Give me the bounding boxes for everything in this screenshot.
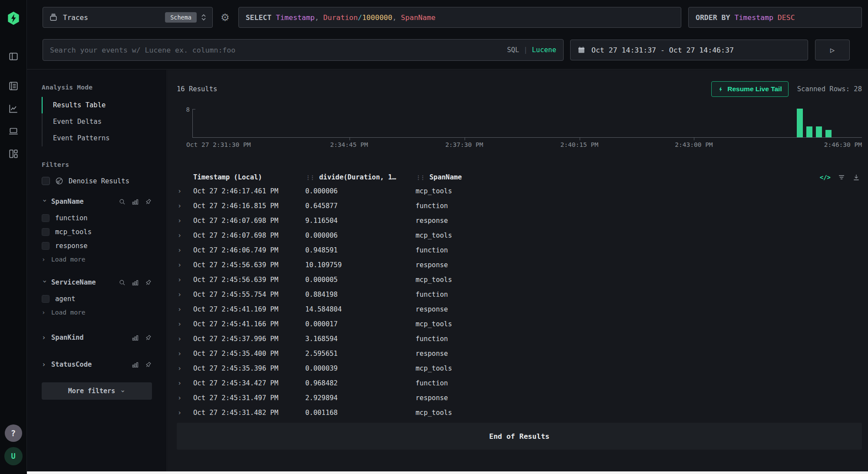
row-expand-icon[interactable]: › xyxy=(177,335,193,343)
resume-live-tail-button[interactable]: Resume Live Tail xyxy=(711,81,788,97)
table-row[interactable]: › Oct 27 2:46:06.749 PM 0.948591 functio… xyxy=(177,243,862,258)
denoise-checkbox[interactable] xyxy=(42,177,50,185)
table-row[interactable]: › Oct 27 2:45:34.427 PM 0.968482 functio… xyxy=(177,376,862,391)
pin-icon[interactable] xyxy=(143,277,154,288)
row-expand-icon[interactable]: › xyxy=(177,261,193,269)
orderby-expression-input[interactable]: ORDER BY Timestamp DESC xyxy=(688,7,862,28)
histogram-bar[interactable] xyxy=(816,126,822,137)
table-row[interactable]: › Oct 27 2:46:07.698 PM 0.000006 mcp_too… xyxy=(177,228,862,243)
filter-option-checkbox[interactable] xyxy=(42,228,50,236)
table-row[interactable]: › Oct 27 2:45:31.497 PM 2.929894 respons… xyxy=(177,391,862,405)
row-expand-icon[interactable]: › xyxy=(177,365,193,372)
denoise-results-toggle[interactable]: Denoise Results xyxy=(42,177,152,185)
row-expand-icon[interactable]: › xyxy=(177,409,193,417)
bar-chart-icon[interactable] xyxy=(132,198,139,206)
row-expand-icon[interactable]: › xyxy=(177,202,193,210)
row-expand-icon[interactable]: › xyxy=(177,379,193,387)
histogram-bar[interactable] xyxy=(806,126,812,137)
table-row[interactable]: › Oct 27 2:45:55.754 PM 0.884198 functio… xyxy=(177,287,862,302)
help-button[interactable]: ? xyxy=(5,424,22,442)
analysis-mode-event-patterns[interactable]: Event Patterns xyxy=(42,130,152,146)
bar-chart-icon[interactable] xyxy=(132,361,139,368)
filter-group-name[interactable]: ServiceName xyxy=(51,278,96,286)
row-expand-icon[interactable]: › xyxy=(177,232,193,239)
search-icon[interactable] xyxy=(119,279,126,286)
user-avatar[interactable]: U xyxy=(4,447,23,465)
group-chevron-icon[interactable]: › xyxy=(41,279,48,285)
row-expand-icon[interactable]: › xyxy=(177,217,193,225)
drag-handle-icon[interactable]: ⋮⋮ xyxy=(305,174,314,181)
view-sql-icon[interactable]: </> xyxy=(820,174,831,181)
nav-dashboards-button[interactable] xyxy=(5,145,22,162)
filter-group-name[interactable]: SpanName xyxy=(51,198,84,206)
group-chevron-icon[interactable]: › xyxy=(42,361,48,368)
pin-icon[interactable] xyxy=(143,332,154,343)
run-query-button[interactable]: ▷ xyxy=(815,40,850,60)
filter-option-checkbox[interactable] xyxy=(42,214,50,222)
table-row[interactable]: › Oct 27 2:45:37.996 PM 3.168594 functio… xyxy=(177,331,862,346)
analysis-mode-results-table[interactable]: Results Table xyxy=(42,97,152,113)
drag-handle-icon[interactable]: ⋮⋮ xyxy=(416,174,424,181)
row-expand-icon[interactable]: › xyxy=(177,350,193,358)
toggle-sidebar-button[interactable] xyxy=(5,48,22,65)
table-row[interactable]: › Oct 27 2:45:35.400 PM 2.595651 respons… xyxy=(177,346,862,361)
group-chevron-icon[interactable]: › xyxy=(42,334,48,341)
filter-option-checkbox[interactable] xyxy=(42,295,50,303)
filter-option[interactable]: agent xyxy=(42,292,152,306)
table-row[interactable]: › Oct 27 2:45:56.639 PM 10.109759 respon… xyxy=(177,258,862,272)
table-row[interactable]: › Oct 27 2:45:56.639 PM 0.000005 mcp_too… xyxy=(177,272,862,287)
mode-sql[interactable]: SQL xyxy=(507,46,519,54)
pin-icon[interactable] xyxy=(143,196,154,207)
row-expand-icon[interactable]: › xyxy=(177,291,193,298)
load-more[interactable]: › Load more xyxy=(42,253,152,266)
select-expression-input[interactable]: SELECT Timestamp, Duration/1000000, Span… xyxy=(238,7,681,28)
pin-icon[interactable] xyxy=(143,359,154,370)
schema-badge[interactable]: Schema xyxy=(165,12,197,23)
source-settings-gear-icon[interactable]: ⚙ xyxy=(221,12,230,23)
table-row[interactable]: › Oct 27 2:46:17.461 PM 0.000006 mcp_too… xyxy=(177,184,862,199)
filter-group-name[interactable]: SpanKind xyxy=(51,334,84,341)
filter-option[interactable]: response xyxy=(42,239,152,253)
topbar: Traces Schema ⚙ SELECT Timestamp, Durati… xyxy=(27,0,868,70)
row-expand-icon[interactable]: › xyxy=(177,276,193,284)
histogram-bar[interactable] xyxy=(825,130,832,137)
table-row[interactable]: › Oct 27 2:45:31.482 PM 0.001168 mcp_too… xyxy=(177,405,862,420)
bar-chart-icon[interactable] xyxy=(132,279,139,286)
row-expand-icon[interactable]: › xyxy=(177,320,193,328)
column-header-spanname[interactable]: ⋮⋮SpanName xyxy=(416,173,862,181)
filter-option[interactable]: function xyxy=(42,211,152,225)
row-expand-icon[interactable]: › xyxy=(177,246,193,254)
time-range-picker[interactable]: Oct 27 14:31:37 - Oct 27 14:46:37 xyxy=(570,40,808,60)
download-icon[interactable] xyxy=(852,173,860,181)
app-logo-icon[interactable] xyxy=(6,11,21,25)
source-select[interactable]: Traces Schema xyxy=(43,7,213,28)
more-filters-button[interactable]: More filters › xyxy=(42,382,152,400)
filter-option-checkbox[interactable] xyxy=(42,242,50,250)
table-row[interactable]: › Oct 27 2:46:16.815 PM 0.645877 functio… xyxy=(177,199,862,213)
table-row[interactable]: › Oct 27 2:45:41.166 PM 0.000017 mcp_too… xyxy=(177,317,862,331)
row-expand-icon[interactable]: › xyxy=(177,305,193,313)
nav-chart-explorer-button[interactable] xyxy=(5,100,22,117)
load-more[interactable]: › Load more xyxy=(42,306,152,319)
row-expand-icon[interactable]: › xyxy=(177,394,193,402)
row-expand-icon[interactable]: › xyxy=(177,187,193,195)
nav-search-logs-button[interactable] xyxy=(5,77,22,95)
filter-group-name[interactable]: StatusCode xyxy=(51,361,92,368)
mode-lucene[interactable]: Lucene xyxy=(532,46,556,54)
bar-chart-icon[interactable] xyxy=(132,334,139,341)
filter-option[interactable]: mcp_tools xyxy=(42,225,152,239)
analysis-mode-event-deltas[interactable]: Event Deltas xyxy=(42,113,152,130)
resume-live-tail-label: Resume Live Tail xyxy=(727,85,782,93)
group-chevron-icon[interactable]: › xyxy=(41,199,48,205)
column-header-duration[interactable]: ⋮⋮divide(Duration, 1… xyxy=(305,173,416,181)
nav-sessions-button[interactable] xyxy=(5,123,22,140)
column-settings-icon[interactable] xyxy=(838,173,845,181)
table-row[interactable]: › Oct 27 2:46:07.698 PM 9.116504 respons… xyxy=(177,213,862,228)
histogram-plot[interactable] xyxy=(192,109,862,138)
search-icon[interactable] xyxy=(119,198,126,206)
column-header-timestamp[interactable]: Timestamp (Local) xyxy=(193,173,305,181)
histogram-bar[interactable] xyxy=(797,109,803,137)
search-input[interactable] xyxy=(43,40,563,60)
table-row[interactable]: › Oct 27 2:45:41.169 PM 14.584804 respon… xyxy=(177,302,862,317)
table-row[interactable]: › Oct 27 2:45:35.396 PM 0.000039 mcp_too… xyxy=(177,361,862,376)
